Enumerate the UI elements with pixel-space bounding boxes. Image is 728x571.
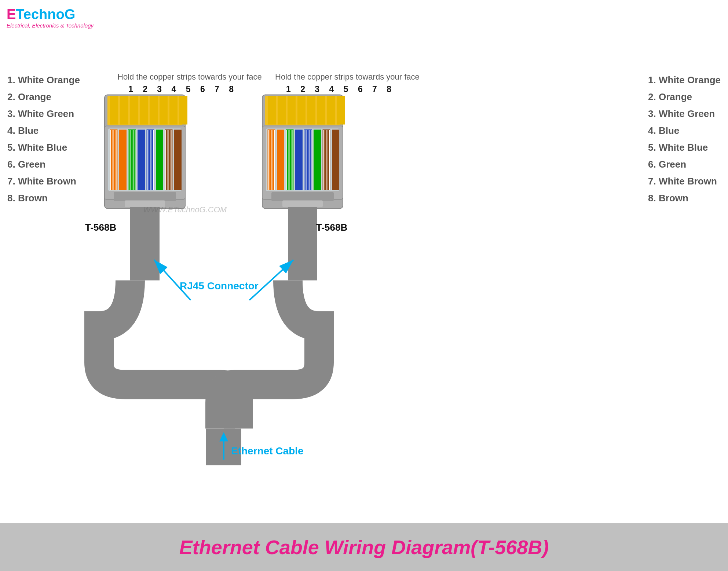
- svg-rect-6: [110, 96, 118, 125]
- svg-rect-7: [120, 96, 128, 125]
- svg-text:Hold the copper strips towards: Hold the copper strips towards your face: [275, 72, 420, 81]
- svg-rect-47: [278, 96, 286, 125]
- svg-rect-48: [288, 96, 296, 125]
- svg-rect-10: [150, 96, 158, 125]
- svg-text:T-568B: T-568B: [85, 222, 116, 233]
- svg-rect-11: [160, 96, 168, 125]
- svg-text:1 2 3 4 5 6 7 8: 1 2 3 4 5 6 7 8: [286, 84, 395, 94]
- svg-text:Ethernet Cable: Ethernet Cable: [231, 445, 304, 457]
- svg-rect-21: [119, 130, 127, 190]
- svg-rect-81: [282, 201, 323, 207]
- svg-rect-50: [307, 96, 315, 125]
- svg-rect-8: [130, 96, 138, 125]
- svg-rect-27: [138, 130, 145, 190]
- svg-rect-39: [174, 130, 182, 190]
- svg-rect-13: [179, 96, 187, 125]
- svg-rect-46: [268, 96, 276, 125]
- svg-text:T-568B: T-568B: [316, 222, 347, 233]
- svg-rect-12: [169, 96, 178, 125]
- svg-rect-82: [288, 207, 317, 281]
- svg-rect-73: [314, 130, 321, 190]
- svg-rect-33: [156, 130, 163, 190]
- svg-rect-42: [130, 207, 160, 281]
- svg-rect-80: [271, 192, 334, 201]
- svg-rect-61: [277, 130, 284, 190]
- svg-text:Hold the copper strips towards: Hold the copper strips towards your face: [117, 72, 262, 81]
- svg-rect-53: [337, 96, 345, 125]
- svg-text:1 2 3 4 5 6 7 8: 1 2 3 4 5 6 7 8: [128, 84, 237, 94]
- svg-rect-51: [317, 96, 325, 125]
- svg-rect-67: [295, 130, 303, 190]
- svg-rect-52: [327, 96, 335, 125]
- svg-rect-9: [140, 96, 148, 125]
- svg-text:WWW.ETechnoG.COM: WWW.ETechnoG.COM: [143, 205, 227, 214]
- main-diagram: Hold the copper strips towards your face…: [0, 0, 728, 571]
- svg-rect-49: [297, 96, 306, 125]
- svg-rect-40: [114, 192, 176, 201]
- svg-rect-79: [332, 130, 339, 190]
- footer-banner: Ethernet Cable Wiring Diagram(T-568B): [0, 523, 728, 571]
- svg-text:RJ45 Connector: RJ45 Connector: [180, 280, 259, 292]
- footer-title: Ethernet Cable Wiring Diagram(T-568B): [179, 536, 549, 559]
